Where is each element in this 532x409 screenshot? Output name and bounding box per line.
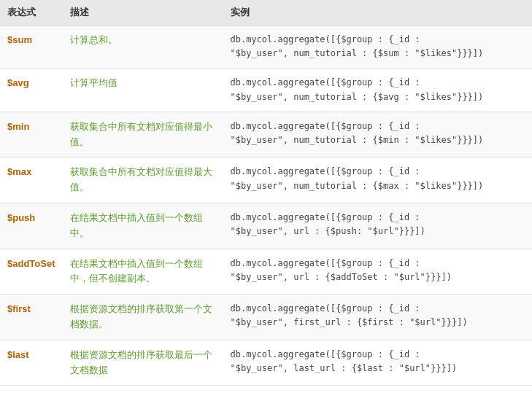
expr-cell: $push [0,203,63,249]
table-header-row: 表达式 描述 实例 [0,0,532,26]
table-row: $max获取集合中所有文档对应值得最大值。db.mycol.aggregate(… [0,157,532,203]
header-example: 实例 [223,0,533,26]
table-row: $addToSet在结果文档中插入值到一个数组中，但不创建副本。db.mycol… [0,249,532,295]
example-cell: db.mycol.aggregate([{$group : {_id :"$by… [223,112,533,157]
desc-cell: 在结果文档中插入值到一个数组中。 [63,203,223,249]
expr-cell: $min [0,112,63,157]
desc-cell: 获取集合中所有文档对应值得最小值。 [63,112,223,157]
desc-cell: 根据资源文档的排序获取最后一个文档数据 [63,340,223,386]
expr-cell: $last [0,340,63,386]
example-cell: db.mycol.aggregate([{$group : {_id :"$by… [223,295,533,340]
desc-cell: 计算总和。 [63,26,223,69]
expr-cell: $max [0,157,63,203]
table-row: $push在结果文档中插入值到一个数组中。db.mycol.aggregate(… [0,203,532,249]
expr-cell: $addToSet [0,249,63,295]
expr-cell: $sum [0,26,63,69]
desc-cell: 在结果文档中插入值到一个数组中，但不创建副本。 [63,249,223,295]
table-row: $min获取集合中所有文档对应值得最小值。db.mycol.aggregate(… [0,112,532,157]
expr-cell: $first [0,295,63,340]
expr-cell: $avg [0,69,63,112]
table-row: $last根据资源文档的排序获取最后一个文档数据db.mycol.aggrega… [0,340,532,386]
example-cell: db.mycol.aggregate([{$group : {_id :"$by… [223,203,533,249]
example-cell: db.mycol.aggregate([{$group : {_id :"$by… [223,69,533,112]
aggregate-table: 表达式 描述 实例 $sum计算总和。db.mycol.aggregate([{… [0,0,532,386]
table-row: $first根据资源文档的排序获取第一个文档数据。db.mycol.aggreg… [0,295,532,340]
table-row: $sum计算总和。db.mycol.aggregate([{$group : {… [0,26,532,69]
desc-cell: 计算平均值 [63,69,223,112]
example-cell: db.mycol.aggregate([{$group : {_id :"$by… [223,157,533,203]
desc-cell: 根据资源文档的排序获取第一个文档数据。 [63,295,223,340]
header-desc: 描述 [63,0,223,26]
header-expr: 表达式 [0,0,63,26]
desc-cell: 获取集合中所有文档对应值得最大值。 [63,157,223,203]
example-cell: db.mycol.aggregate([{$group : {_id :"$by… [223,249,533,295]
example-cell: db.mycol.aggregate([{$group : {_id :"$by… [223,340,533,386]
table-row: $avg计算平均值db.mycol.aggregate([{$group : {… [0,69,532,112]
example-cell: db.mycol.aggregate([{$group : {_id :"$by… [223,26,533,69]
